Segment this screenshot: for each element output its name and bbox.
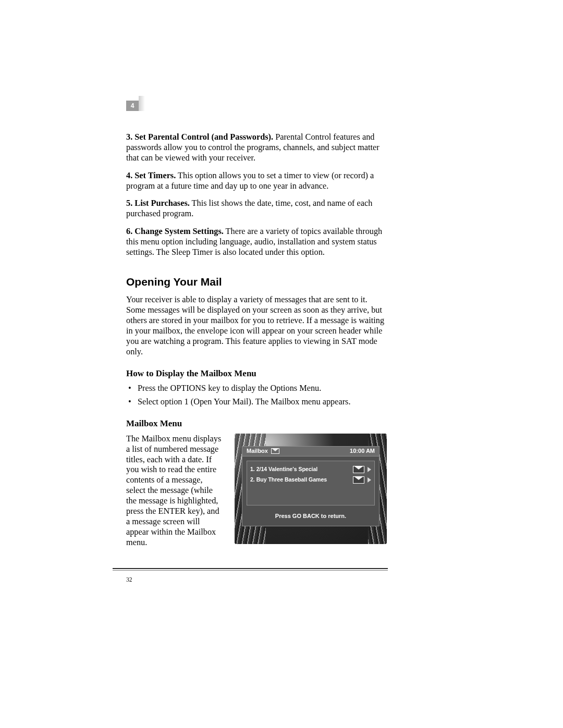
osd-panel: Mailbox 10:00 AM 1. 2/14 Valentine's Spe… xyxy=(242,446,380,537)
envelope-icon xyxy=(353,476,364,484)
para-5-num: 5. xyxy=(126,198,134,208)
mailbox-figure: Mailbox 10:00 AM 1. 2/14 Valentine's Spe… xyxy=(235,434,387,544)
mailbox-heading: Mailbox Menu xyxy=(126,418,387,429)
footer-rule xyxy=(113,568,388,573)
para-6: 6. Change System Settings. There are a v… xyxy=(126,226,387,257)
page: 4 3. Set Parental Control (and Passwords… xyxy=(0,0,563,728)
osd-body: 1. 2/14 Valentine's Special 2. Buy Three… xyxy=(242,456,380,526)
para-4-num: 4. xyxy=(126,170,134,180)
osd-header: Mailbox 10:00 AM xyxy=(242,446,380,456)
osd-row-label: 1. 2/14 Valentine's Special xyxy=(250,466,317,473)
envelope-icon xyxy=(353,466,364,473)
page-number: 32 xyxy=(126,576,132,583)
para-4-title: Set Timers. xyxy=(134,170,176,180)
chevron-right-icon xyxy=(368,467,371,472)
para-5: 5. List Purchases. This list shows the d… xyxy=(126,198,387,219)
osd-title: Mailbox xyxy=(247,448,268,454)
envelope-icon xyxy=(271,448,279,454)
osd-row[interactable]: 1. 2/14 Valentine's Special xyxy=(250,464,371,475)
para-6-num: 6. xyxy=(126,226,134,236)
para-3-title: Set Parental Control (and Passwords). xyxy=(134,132,273,142)
section-intro: Your receiver is able to display a varie… xyxy=(126,294,387,356)
body: 3. Set Parental Control (and Passwords).… xyxy=(126,132,387,547)
section-heading: Opening Your Mail xyxy=(126,275,387,289)
howto-heading: How to Display the Mailbox Menu xyxy=(126,368,387,379)
para-5-title: List Purchases. xyxy=(134,198,190,208)
mailbox-row: The Mailbox menu displays a list of numb… xyxy=(126,434,387,548)
osd-time: 10:00 AM xyxy=(350,448,375,454)
para-4: 4. Set Timers. This option allows you to… xyxy=(126,170,387,191)
osd-list: 1. 2/14 Valentine's Special 2. Buy Three… xyxy=(247,461,375,505)
osd-footer: Press GO BACK to return. xyxy=(247,513,375,520)
mailbox-text: The Mailbox menu displays a list of numb… xyxy=(126,434,223,548)
para-6-title: Change System Settings. xyxy=(134,226,224,236)
howto-list: Press the OPTIONS key to display the Opt… xyxy=(126,383,387,407)
howto-item: Select option 1 (Open Your Mail). The Ma… xyxy=(138,397,387,407)
howto-item: Press the OPTIONS key to display the Opt… xyxy=(138,383,387,393)
osd-row-label: 2. Buy Three Baseball Games xyxy=(250,476,327,483)
para-3-num: 3. xyxy=(126,132,134,142)
chapter-tab: 4 xyxy=(126,101,139,111)
chevron-right-icon xyxy=(368,477,371,483)
osd-row[interactable]: 2. Buy Three Baseball Games xyxy=(250,475,371,485)
para-3: 3. Set Parental Control (and Passwords).… xyxy=(126,132,387,163)
tv-frame: Mailbox 10:00 AM 1. 2/14 Valentine's Spe… xyxy=(235,434,387,544)
chapter-tab-shadow xyxy=(139,96,145,111)
